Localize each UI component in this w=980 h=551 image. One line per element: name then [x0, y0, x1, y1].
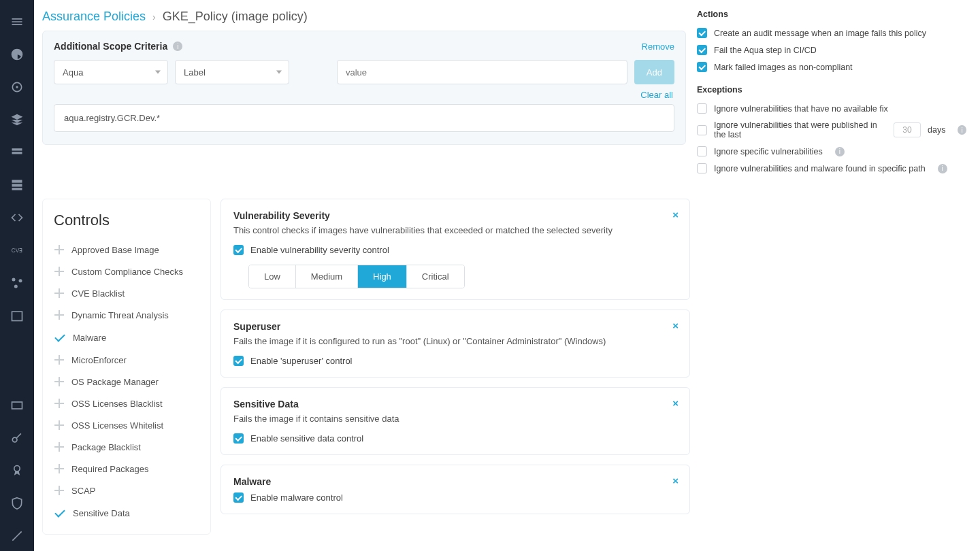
checkbox[interactable] [233, 492, 244, 503]
controls-panel: Controls Approved Base ImageCustom Compl… [42, 199, 211, 535]
control-label: Package Blacklist [71, 442, 141, 452]
servers-icon[interactable] [0, 170, 34, 200]
control-item[interactable]: OS Package Manager [54, 371, 199, 393]
check-icon [54, 331, 66, 344]
info-icon[interactable]: i [938, 164, 947, 173]
info-icon[interactable]: i [173, 41, 182, 51]
close-icon[interactable]: × [672, 209, 679, 220]
side-nav: CVƎ [0, 0, 34, 551]
control-item[interactable]: CVE Blacklist [54, 282, 199, 304]
control-item[interactable]: Dynamic Threat Analysis [54, 304, 199, 326]
key-icon[interactable] [0, 423, 34, 453]
checkbox[interactable] [233, 433, 244, 444]
action-label: Fail the Aqua step in CI/CD [714, 46, 817, 55]
plus-icon [54, 376, 65, 387]
control-item[interactable]: Sensitive Data [54, 501, 199, 524]
exception-label: Ignore vulnerabilities that were publish… [714, 120, 887, 139]
severity-medium[interactable]: Medium [296, 265, 358, 288]
checkbox[interactable] [233, 245, 244, 255]
plus-icon [54, 463, 65, 474]
workloads-icon[interactable] [0, 137, 34, 167]
badge-icon[interactable] [0, 456, 34, 486]
breadcrumb-root[interactable]: Assurance Policies [42, 10, 146, 24]
scope-select-2[interactable]: Label [175, 60, 289, 84]
info-icon[interactable]: i [835, 147, 845, 156]
add-button[interactable]: Add [634, 60, 674, 84]
enable-label: Enable malware control [250, 492, 343, 503]
action-label: Create an audit message when an image fa… [714, 29, 926, 38]
scope-criteria-block: Additional Scope Criteria i Remove Aqua … [42, 31, 686, 145]
cve-icon[interactable]: CVƎ [0, 235, 34, 265]
plus-icon [54, 288, 65, 299]
severity-group: LowMediumHighCritical [248, 265, 465, 288]
control-label: OSS Licenses Whitelist [71, 420, 163, 431]
control-label: Approved Base Image [71, 245, 159, 255]
card-title: Malware [233, 476, 677, 487]
control-item[interactable]: Malware [54, 326, 199, 349]
control-item[interactable]: Approved Base Image [54, 239, 199, 261]
graph-icon[interactable] [0, 268, 34, 298]
checkbox[interactable] [697, 163, 707, 173]
control-item[interactable]: Custom Compliance Checks [54, 261, 199, 282]
plus-icon [54, 398, 65, 409]
svg-rect-5 [12, 184, 22, 186]
svg-point-8 [12, 278, 16, 282]
plus-icon [54, 244, 65, 255]
card-superuser: × Superuser Fails the image if it is con… [220, 310, 690, 378]
control-label: MicroEnforcer [71, 355, 127, 365]
tools-icon[interactable] [0, 521, 34, 551]
svg-point-9 [19, 279, 22, 282]
clear-all-link[interactable]: Clear all [54, 90, 673, 100]
shield-icon[interactable] [0, 488, 34, 518]
check-icon [54, 507, 66, 519]
scope-select-1[interactable]: Aqua [54, 60, 168, 84]
scope-value-input[interactable] [337, 60, 627, 84]
exceptions-title: Exceptions [697, 85, 966, 95]
severity-low[interactable]: Low [249, 265, 296, 288]
id-icon[interactable] [0, 390, 34, 420]
control-label: OS Package Manager [71, 377, 159, 387]
control-item[interactable]: MicroEnforcer [54, 349, 199, 371]
card-sensitive-data: × Sensitive Data Fails the image if it c… [220, 387, 690, 455]
control-item[interactable]: Package Blacklist [54, 436, 199, 458]
helm-icon[interactable] [0, 72, 34, 102]
days-label: days [928, 125, 945, 135]
close-icon[interactable]: × [672, 397, 679, 409]
card-desc: Fails the image if it contains sensitive… [233, 414, 677, 424]
checkbox[interactable] [697, 45, 707, 55]
checkbox[interactable] [233, 356, 244, 366]
calendar-icon[interactable] [0, 301, 34, 331]
svg-rect-4 [12, 180, 22, 183]
control-item[interactable]: SCAP [54, 480, 199, 501]
dashboard-icon[interactable] [0, 39, 34, 69]
checkbox[interactable] [697, 62, 707, 72]
checkbox[interactable] [697, 103, 707, 114]
checkbox[interactable] [697, 146, 707, 156]
control-item[interactable]: Required Packages [54, 458, 199, 480]
control-label: CVE Blacklist [71, 288, 125, 299]
control-item[interactable]: OSS Licenses Whitelist [54, 414, 199, 436]
layers-icon[interactable] [0, 105, 34, 135]
menu-icon[interactable] [0, 7, 34, 37]
checkbox[interactable] [697, 28, 707, 38]
severity-critical[interactable]: Critical [407, 265, 464, 288]
plus-icon [54, 441, 65, 452]
info-icon[interactable]: i [958, 125, 966, 135]
svg-point-10 [14, 285, 18, 288]
control-item[interactable]: OSS Licenses Blacklist [54, 393, 199, 414]
close-icon[interactable]: × [672, 320, 679, 331]
card-title: Sensitive Data [233, 399, 677, 410]
card-desc: This control checks if images have vulne… [233, 225, 677, 235]
code-icon[interactable] [0, 203, 34, 233]
card-desc: Fails the image if it is configured to r… [233, 336, 677, 346]
breadcrumb: Assurance Policies › GKE_Policy (image p… [34, 0, 694, 31]
severity-high[interactable]: High [358, 265, 407, 288]
control-label: Malware [73, 333, 106, 343]
checkbox[interactable] [697, 125, 707, 135]
close-icon[interactable]: × [672, 475, 679, 486]
days-input[interactable] [894, 122, 921, 137]
exception-label: Ignore vulnerabilities that have no avai… [714, 104, 888, 114]
exception-label: Ignore specific vulnerabilities [714, 147, 823, 156]
remove-link[interactable]: Remove [642, 41, 674, 52]
plus-icon [54, 420, 65, 431]
